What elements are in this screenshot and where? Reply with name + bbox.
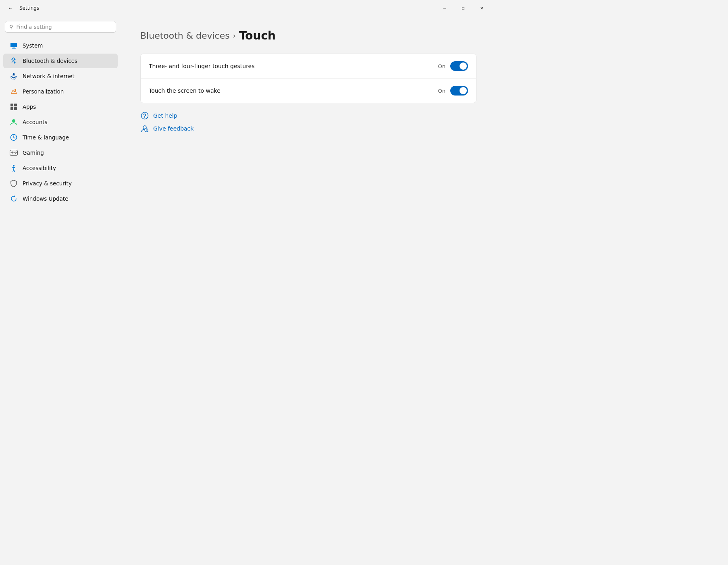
accessibility-icon — [10, 164, 18, 172]
app-title: Settings — [19, 5, 39, 11]
update-icon — [10, 195, 18, 203]
svg-point-12 — [15, 152, 16, 153]
svg-rect-2 — [12, 48, 16, 49]
gaming-icon — [10, 149, 18, 157]
main-content: Bluetooth & devices › Touch Three- and f… — [121, 16, 496, 363]
svg-point-15 — [14, 152, 15, 153]
svg-point-3 — [13, 73, 15, 75]
svg-rect-6 — [14, 104, 17, 106]
sidebar-item-personalization[interactable]: Personalization — [3, 84, 118, 99]
sidebar-item-network[interactable]: Network & internet — [3, 69, 118, 83]
touch-wake-toggle[interactable] — [450, 86, 468, 96]
search-icon: ⚲ — [9, 24, 13, 30]
breadcrumb-parent[interactable]: Bluetooth & devices — [140, 31, 230, 41]
network-icon — [10, 72, 18, 80]
give-feedback-link[interactable]: Give feedback — [140, 124, 476, 133]
svg-rect-8 — [14, 107, 17, 110]
give-feedback-label: Give feedback — [153, 125, 193, 132]
sidebar-item-privacy[interactable]: Privacy & security — [3, 176, 118, 191]
get-help-label: Get help — [153, 112, 177, 119]
sidebar-item-accounts[interactable]: Accounts — [3, 115, 118, 129]
sidebar-item-time[interactable]: Time & language — [3, 130, 118, 145]
accounts-icon — [10, 118, 18, 126]
sidebar-item-system-label: System — [23, 42, 43, 49]
back-button[interactable]: ← — [5, 2, 16, 14]
window-controls: ─ □ ✕ — [435, 2, 491, 15]
sidebar-item-accessibility[interactable]: Accessibility — [3, 161, 118, 175]
svg-point-16 — [13, 165, 15, 166]
sidebar-item-personalization-label: Personalization — [23, 88, 64, 95]
touch-wake-label: Touch the screen to wake — [149, 87, 438, 94]
maximize-button[interactable]: □ — [454, 2, 472, 15]
sidebar-item-accounts-label: Accounts — [23, 119, 48, 125]
system-icon — [10, 42, 18, 50]
svg-point-14 — [15, 153, 16, 154]
get-help-link[interactable]: Get help — [140, 111, 476, 120]
apps-icon — [10, 103, 18, 111]
sidebar-item-system[interactable]: System — [3, 38, 118, 53]
sidebar-item-apps[interactable]: Apps — [3, 100, 118, 114]
sidebar-item-privacy-label: Privacy & security — [23, 180, 72, 187]
setting-row-touch-wake: Touch the screen to wake On — [141, 79, 476, 103]
setting-row-three-finger: Three- and four-finger touch gestures On — [141, 54, 476, 79]
sidebar-item-gaming[interactable]: Gaming — [3, 145, 118, 160]
svg-point-9 — [12, 119, 15, 123]
svg-point-13 — [16, 152, 17, 153]
search-container: ⚲ — [0, 21, 121, 33]
breadcrumb: Bluetooth & devices › Touch — [140, 29, 476, 42]
sidebar-item-apps-label: Apps — [23, 104, 36, 110]
sidebar-item-time-label: Time & language — [23, 134, 69, 141]
sidebar: ⚲ System Bluetooth & — [0, 16, 121, 363]
touch-wake-status: On — [438, 88, 445, 94]
sidebar-item-update-label: Windows Update — [23, 195, 68, 202]
close-button[interactable]: ✕ — [472, 2, 491, 15]
breadcrumb-separator: › — [233, 31, 236, 40]
sidebar-item-bluetooth-label: Bluetooth & devices — [23, 58, 77, 64]
three-finger-label: Three- and four-finger touch gestures — [149, 63, 438, 69]
sidebar-item-network-label: Network & internet — [23, 73, 75, 79]
three-finger-status: On — [438, 63, 445, 69]
main-layout: ⚲ System Bluetooth & — [0, 16, 496, 363]
svg-rect-0 — [10, 43, 17, 47]
svg-rect-5 — [10, 104, 13, 106]
help-links: Get help Give feedback — [140, 111, 476, 133]
sidebar-item-accessibility-label: Accessibility — [23, 165, 56, 171]
sidebar-item-gaming-label: Gaming — [23, 150, 44, 156]
search-box: ⚲ — [5, 21, 116, 33]
settings-card: Three- and four-finger touch gestures On… — [140, 54, 476, 103]
search-input[interactable] — [17, 24, 112, 30]
bluetooth-icon — [10, 57, 18, 65]
breadcrumb-current: Touch — [239, 29, 276, 42]
get-help-icon — [140, 111, 149, 120]
sidebar-item-update[interactable]: Windows Update — [3, 191, 118, 206]
minimize-button[interactable]: ─ — [435, 2, 454, 15]
svg-point-4 — [15, 89, 16, 91]
sidebar-item-bluetooth[interactable]: Bluetooth & devices — [3, 54, 118, 68]
time-icon — [10, 133, 18, 141]
three-finger-toggle[interactable] — [450, 61, 468, 71]
titlebar: ← Settings ─ □ ✕ — [0, 0, 496, 16]
privacy-icon — [10, 179, 18, 187]
svg-rect-7 — [10, 107, 13, 110]
personalization-icon — [10, 87, 18, 96]
give-feedback-icon — [140, 124, 149, 133]
